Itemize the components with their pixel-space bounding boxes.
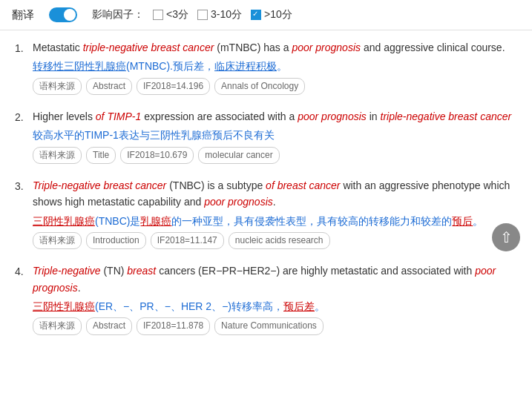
tag-source-1[interactable]: 语料来源 [33, 78, 82, 95]
en-text-4: Triple-negative (TN) breast cancers (ER−… [33, 263, 517, 296]
item-content-3: Triple-negative breast cancer (TNBC) is … [33, 177, 517, 249]
zh-span-3e: 预后 [452, 215, 473, 227]
scroll-top-button[interactable]: ⇧ [492, 223, 520, 251]
en-text-3: Triple-negative breast cancer (TNBC) is … [33, 177, 517, 211]
result-item-3: 3. Triple-negative breast cancer (TNBC) … [15, 177, 517, 249]
item-number-4: 4. [15, 263, 33, 280]
tag-journal-3[interactable]: nucleic acids research [229, 232, 330, 249]
zh-span-2: 临床进程积极 [214, 60, 277, 72]
result-item-2: 2. Higher levels of TIMP-1 expression ar… [15, 108, 517, 164]
zh-text-2: 较高水平的TIMP-1表达与三阴性乳腺癌预后不良有关 [33, 127, 517, 143]
tags-2: 语料来源 Title IF2018=10.679 molecular cance… [33, 147, 517, 164]
tag-if-1: IF2018=14.196 [137, 78, 210, 95]
item-content-2: Higher levels of TIMP-1 expression are a… [33, 108, 517, 164]
tag-abstract-4[interactable]: Abstract [86, 317, 132, 334]
item-number-3: 3. [15, 177, 33, 194]
filter-label: 影响因子： [92, 8, 144, 22]
zh-span-4d: 。 [315, 300, 325, 312]
tag-source-3[interactable]: 语料来源 [33, 232, 82, 249]
item-content-1: Metastatic triple-negative breast cancer… [33, 39, 517, 95]
zh-span-4a: 三阴性乳腺癌 [33, 300, 95, 312]
results-list: 1. Metastatic triple-negative breast can… [0, 30, 532, 357]
result-item-4: 4. Triple-negative (TN) breast cancers (… [15, 263, 517, 334]
zh-text-1: 转移性三阴性乳腺癌(MTNBC).预后差，临床进程积极。 [33, 58, 517, 74]
highlight-2b: poor prognosis [298, 110, 367, 122]
zh-span-3f: 。 [473, 215, 483, 227]
highlight-4c: poor prognosis [33, 265, 496, 293]
item-row-2: 2. Higher levels of TIMP-1 expression ar… [15, 108, 517, 164]
checkbox-3to10[interactable] [197, 10, 208, 20]
highlight-3b: of breast cancer [266, 179, 340, 191]
filter-3to10-label: 3-10分 [211, 8, 242, 22]
tag-title-2[interactable]: Title [86, 147, 116, 164]
item-content-4: Triple-negative (TN) breast cancers (ER−… [33, 263, 517, 334]
filter-3to10[interactable]: 3-10分 [197, 8, 242, 22]
item-number-2: 2. [15, 108, 33, 125]
tags-1: 语料来源 Abstract IF2018=14.196 Annals of On… [33, 78, 517, 95]
zh-span-3a: 三阴性乳腺癌 [33, 215, 95, 227]
translate-toggle[interactable] [49, 7, 77, 22]
result-item-1: 1. Metastatic triple-negative breast can… [15, 39, 517, 95]
content-wrapper: 1. Metastatic triple-negative breast can… [0, 30, 532, 357]
toggle-thumb [64, 9, 76, 21]
item-row-4: 4. Triple-negative (TN) breast cancers (… [15, 263, 517, 334]
item-number-1: 1. [15, 39, 33, 56]
checkbox-lt3[interactable] [153, 10, 163, 20]
highlight-2c: triple-negative breast cancer [381, 110, 512, 122]
zh-span-4c: 预后差 [283, 300, 315, 312]
tag-journal-4[interactable]: Nature Communications [214, 317, 324, 334]
tag-if-4: IF2018=11.878 [137, 317, 210, 334]
item-row-1: 1. Metastatic triple-negative breast can… [15, 39, 517, 95]
zh-span-3d: 的一种亚型，具有侵袭性表型，具有较高的转移能力和较差的 [171, 215, 452, 227]
filter-gt10-label: >10分 [264, 8, 292, 22]
filter-section: 影响因子： <3分 3-10分 >10分 [92, 8, 292, 22]
tags-3: 语料来源 Introduction IF2018=11.147 nucleic … [33, 232, 517, 249]
en-text-2: Higher levels of TIMP-1 expression are a… [33, 108, 517, 125]
tag-if-3: IF2018=11.147 [151, 232, 224, 249]
highlight-4a: Triple-negative [33, 265, 101, 277]
translate-label: 翻译 [12, 8, 34, 22]
zh-span-3b: (TNBC)是 [95, 215, 140, 227]
highlight-3a: Triple-negative breast cancer [33, 179, 166, 191]
checkbox-gt10[interactable] [251, 10, 261, 20]
zh-span-4b: (ER、−、PR、−、HER 2、−)转移率高， [95, 300, 283, 312]
tag-journal-2[interactable]: molecular cancer [198, 147, 279, 164]
filter-gt10[interactable]: >10分 [251, 8, 292, 22]
tag-if-2: IF2018=10.679 [120, 147, 194, 164]
tag-source-2[interactable]: 语料来源 [33, 147, 82, 164]
tag-journal-1[interactable]: Annals of Oncology [214, 78, 305, 95]
tags-4: 语料来源 Abstract IF2018=11.878 Nature Commu… [33, 317, 517, 334]
zh-text-4: 三阴性乳腺癌(ER、−、PR、−、HER 2、−)转移率高，预后差。 [33, 298, 517, 314]
highlight-2: poor prognosis [292, 42, 361, 53]
toggle-track [49, 7, 77, 22]
filter-lt3-label: <3分 [166, 8, 188, 22]
filter-lt3[interactable]: <3分 [153, 8, 188, 22]
tag-abstract-1[interactable]: Abstract [86, 78, 132, 95]
highlight-3c: poor prognosis [204, 196, 273, 208]
scroll-top-icon: ⇧ [500, 230, 513, 245]
highlight-4b: breast [127, 265, 156, 277]
zh-span-3c: 乳腺癌 [140, 215, 171, 227]
highlight-1: triple-negative breast cancer [83, 42, 214, 53]
tag-source-4[interactable]: 语料来源 [33, 317, 82, 334]
item-row-3: 3. Triple-negative breast cancer (TNBC) … [15, 177, 517, 249]
zh-text-3: 三阴性乳腺癌(TNBC)是乳腺癌的一种亚型，具有侵袭性表型，具有较高的转移能力和… [33, 213, 517, 229]
highlight-2a: of TIMP-1 [96, 110, 141, 122]
toolbar: 翻译 影响因子： <3分 3-10分 >10分 [0, 0, 532, 30]
zh-span-1: 转移性三阴性乳腺癌 [33, 60, 126, 72]
en-text-1: Metastatic triple-negative breast cancer… [33, 39, 517, 56]
tag-intro-3[interactable]: Introduction [86, 232, 146, 249]
